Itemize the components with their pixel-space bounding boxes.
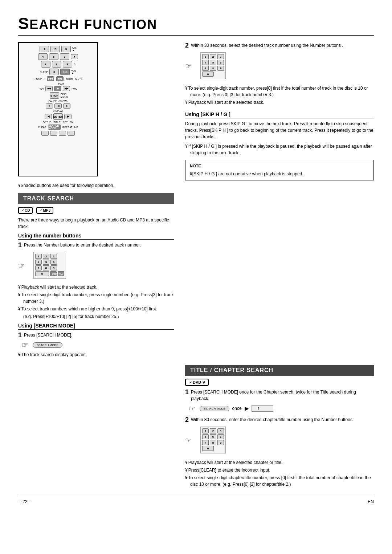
step1-number: 1 Press the Number buttons to enter the … xyxy=(18,242,174,248)
title-step1-text: Press [SEARCH MODE] once for the Chapter… xyxy=(191,389,374,402)
search-mode-btn-title: SEARCH MODE xyxy=(200,406,229,411)
bullet-higher-9: To select track numbers which are higher… xyxy=(18,306,174,312)
title-chapter-header: TITLE / CHAPTER SEARCH xyxy=(185,365,374,376)
search-mode-illustration: ☞ SEARCH MODE xyxy=(22,341,174,349)
using-number-title: Using the number buttons xyxy=(18,233,174,240)
step1-search-text: Press [SEARCH MODE]. xyxy=(24,332,72,338)
numpad-1: 1 2 3 4 5 6 7 8 9 0 +100 +10 xyxy=(33,252,66,279)
page-number: —22— xyxy=(18,499,32,504)
title-step2: 2 Within 30 seconds, enter the desired c… xyxy=(185,416,374,423)
right-bullet2: Playback will start at the selected trac… xyxy=(185,99,374,106)
bottom-left xyxy=(18,365,174,489)
track-search-icons: ✓ CD ✓ MP3 xyxy=(18,207,174,214)
hand-icon-search: ☞ xyxy=(22,341,28,349)
display-box: 2 xyxy=(252,405,273,412)
hand-icon-1: ☞ xyxy=(18,261,25,270)
dvd-icon-badge: ✓ DVD-V xyxy=(185,379,209,386)
mp3-icon-badge: ✓ MP3 xyxy=(36,207,53,214)
search-mode-btn-diagram: SEARCH MODE xyxy=(33,342,62,348)
title-step2-num: 2 xyxy=(185,416,189,423)
once-label: once xyxy=(232,406,242,411)
page-footer: —22— EN xyxy=(18,496,374,504)
skip-intro: During playback, press[SKIP G ] to move … xyxy=(185,121,374,140)
step2-num: 2 xyxy=(185,42,189,49)
step1-search-num: 1 xyxy=(18,332,22,338)
track-search-intro: There are three ways to begin playback o… xyxy=(18,217,174,230)
bottom-section: TITLE / CHAPTER SEARCH ✓ DVD-V 1 Press [… xyxy=(18,365,374,489)
step1-text: Press the Number buttons to enter the de… xyxy=(24,242,141,248)
note-box: NOTE ¥[SKIP H / G ] are not operative wh… xyxy=(185,160,374,180)
bullet-playback-1: Playback will start at the selected trac… xyxy=(18,284,174,290)
skip-bullet1: If [SKIP H / G ] is pressed while the pl… xyxy=(185,143,374,156)
shaded-note: ¥Shaded buttons are used for following o… xyxy=(18,183,174,188)
chapter-bullet3: To select single-digit chapter/title num… xyxy=(185,474,374,488)
note-text: ¥[SKIP H / G ] are not operative when pl… xyxy=(190,171,369,177)
left-column: 1 2 3 CH.▼ 4 5 6 ▼ 7 8 9 △ xyxy=(18,42,174,359)
title-text: EARCH FUNCTION xyxy=(29,17,157,32)
title-chapter-section: TITLE / CHAPTER SEARCH ✓ DVD-V 1 Press [… xyxy=(185,365,374,489)
page-title: SEARCH FUNCTION xyxy=(18,15,374,36)
hand-icon-3: ☞ xyxy=(185,436,192,445)
chapter-bullet2: Press[CLEAR] to erase the incorrect inpu… xyxy=(185,467,374,473)
numpad-2: 1 2 3 4 5 6 7 8 9 0 xyxy=(200,52,226,79)
title-letter-s: S xyxy=(18,15,29,32)
arrow-right-icon: ▶ xyxy=(245,406,249,411)
bullet-display: The track search display appears. xyxy=(18,351,174,358)
remote-diagram: 1 2 3 CH.▼ 4 5 6 ▼ 7 8 9 △ xyxy=(18,42,98,176)
numpad-3: 1 2 3 4 5 6 7 8 9 0 xyxy=(200,427,226,453)
cd-icon-badge: ✓ CD xyxy=(18,207,33,214)
main-layout: 1 2 3 CH.▼ 4 5 6 ▼ 7 8 9 △ xyxy=(18,42,374,359)
title-step1-num: 1 xyxy=(185,389,189,402)
using-skip-title: Using [SKIP H / G ] xyxy=(185,111,374,118)
chapter-bullet1: Playback will start at the selected chap… xyxy=(185,459,374,466)
using-search-mode-title: Using [SEARCH MODE] xyxy=(18,323,174,330)
step2-top: 2 Within 30 seconds, select the desired … xyxy=(185,42,374,49)
bullet-example: (e.g. Press[+100/+10] [2] [5] for track … xyxy=(18,313,174,320)
title-step2-text: Within 30 seconds, enter the desired cha… xyxy=(191,416,354,423)
step1-num: 1 xyxy=(18,242,22,248)
track-search-header: TRACK SEARCH xyxy=(18,193,174,204)
right-column: 2 Within 30 seconds, select the desired … xyxy=(185,42,374,359)
page-lang: EN xyxy=(368,499,374,504)
title-step1: 1 Press [SEARCH MODE] once for the Chapt… xyxy=(185,389,374,402)
step1-search: 1 Press [SEARCH MODE]. xyxy=(18,332,174,338)
note-title: NOTE xyxy=(190,163,369,169)
step2-text: Within 30 seconds, select the desired tr… xyxy=(191,42,343,49)
right-bullet1: To select single-digit track number, pre… xyxy=(185,85,374,98)
bullet-single-digit: To select single-digit track number, pre… xyxy=(18,292,174,305)
search-mode-title-illustration: ☞ SEARCH MODE once ▶ 2 xyxy=(189,404,374,413)
hand-icon-2: ☞ xyxy=(185,62,192,70)
hand-icon-title: ☞ xyxy=(189,404,195,413)
